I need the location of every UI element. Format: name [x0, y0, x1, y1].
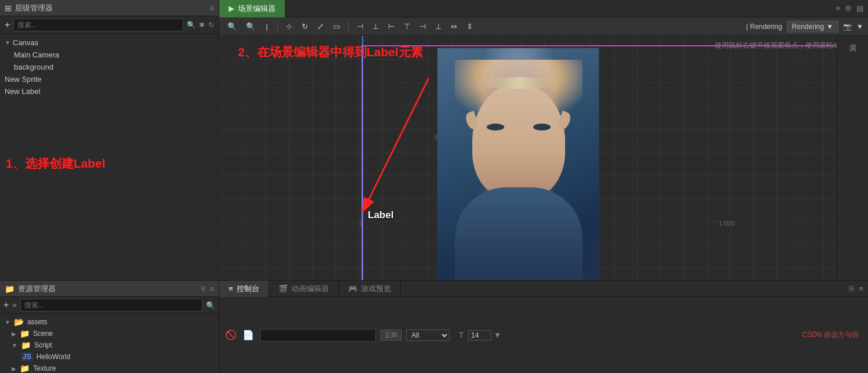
align-right[interactable]: ⊢ [385, 20, 398, 33]
script-label: Script [34, 341, 52, 349]
helloworld-label: HelloWorld [37, 353, 70, 361]
canvas-expand-arrow[interactable]: ▼ [5, 39, 10, 46]
tree-item-new-sprite[interactable]: New Sprite [0, 73, 219, 85]
js-icon: JS [21, 352, 33, 361]
console-toolbar: 🚫 📄 [224, 328, 255, 342]
console-file-button[interactable]: 📄 [241, 328, 255, 342]
console-tab-right: ⎘ ≡ [849, 284, 868, 293]
assets-label: assets [27, 318, 48, 326]
new-sprite-label: New Sprite [5, 75, 42, 84]
scene-editor-tab[interactable]: ▶ 场景编辑器 [219, 0, 285, 17]
new-label-label: New Label [5, 87, 40, 96]
camera-icon[interactable]: 📷 [843, 23, 852, 31]
refresh-icon[interactable]: ↻ [208, 21, 214, 29]
align-center-v[interactable]: ⊣ [416, 20, 429, 33]
align-top[interactable]: ⊤ [400, 20, 414, 33]
asset-panel: 📁 资源管理器 ⎘ ≡ + ≡ 🔍 ▼ 📂 assets [0, 281, 219, 373]
animation-tab-label: 动画编辑器 [291, 284, 329, 294]
distribute-h[interactable]: ⇔ [447, 20, 461, 33]
align-bottom[interactable]: ⊥ [432, 20, 445, 33]
console-menu-icon[interactable]: ≡ [859, 284, 863, 293]
hierarchy-tree: ▼ Canvas Main Camera background New Spri… [0, 34, 219, 280]
hierarchy-menu-icon[interactable]: ≡ [210, 4, 214, 12]
hierarchy-header: ⊞ 层级管理器 ≡ [0, 0, 219, 16]
preview-tab-label: 游戏预览 [361, 284, 391, 294]
scene-label: Scene [33, 329, 53, 338]
scene-arrow: ▶ [12, 331, 16, 337]
settings-icon[interactable]: ⚙ [845, 4, 852, 13]
asset-add-button[interactable]: + [3, 300, 9, 310]
hierarchy-search-bar: + 🔍 ✱ ↻ [0, 16, 219, 34]
font-size-arrow[interactable]: ▼ [494, 331, 501, 339]
annotation-text-1: 1、选择创建Label [6, 155, 213, 172]
zoom-fit-button[interactable]: 🔍 [224, 20, 240, 33]
hierarchy-search-input[interactable] [13, 19, 183, 31]
scale-tool[interactable]: ⤢ [314, 20, 327, 33]
panel-icon[interactable]: ▤ [856, 4, 863, 13]
rendering-label: | Rendering [746, 23, 782, 31]
tree-item-new-label[interactable]: New Label [0, 85, 219, 97]
tree-item-canvas[interactable]: ▼ Canvas [0, 37, 219, 49]
preview-tab-icon: 🎮 [348, 284, 357, 293]
scene-tab-icon: ▶ [229, 4, 234, 13]
console-clear-button[interactable]: 🚫 [224, 328, 238, 342]
console-tab-preview[interactable]: 🎮 游戏预览 [339, 281, 401, 297]
console-tab-console[interactable]: ≡ 控制台 [219, 281, 269, 297]
scene-editor-area[interactable]: 使用鼠标右键平移视窗焦点，使用滚轮缩放视图 500 0 0 1,000 500 [219, 36, 868, 280]
main-camera-label: Main Camera [14, 50, 59, 59]
annotation-text-2: 2、在场景编辑器中得到Label元素 [238, 44, 423, 60]
asset-item-helloworld[interactable]: JS HelloWorld [0, 351, 219, 363]
console-tab-animation[interactable]: 🎬 动画编辑器 [269, 281, 339, 297]
search-icon[interactable]: 🔍 [187, 21, 196, 29]
console-panel: ≡ 控制台 🎬 动画编辑器 🎮 游戏预览 ⎘ ≡ 🚫 [219, 281, 868, 373]
asset-search-input[interactable] [20, 299, 202, 312]
asset-search-icon[interactable]: 🔍 [206, 301, 215, 310]
font-size-input[interactable] [468, 330, 491, 341]
pin-icon[interactable]: ✱ [199, 21, 205, 29]
asset-panel-copy[interactable]: ⎘ [201, 285, 205, 293]
rotate-tool[interactable]: ↻ [298, 20, 312, 33]
hierarchy-title: 层级管理器 [15, 3, 53, 13]
tree-item-background[interactable]: background [0, 61, 219, 73]
distribute-v[interactable]: ⇕ [463, 20, 476, 33]
texture-arrow: ▶ [12, 365, 16, 372]
align-left[interactable]: ⊣ [353, 20, 367, 33]
asset-panel-title: 资源管理器 [18, 284, 56, 294]
asset-item-assets[interactable]: ▼ 📂 assets [0, 316, 219, 328]
console-expand-icon[interactable]: ⎘ [849, 284, 854, 293]
font-icon: T [459, 331, 464, 339]
asset-panel-menu[interactable]: ≡ [210, 285, 214, 293]
scene-toolbar: 🔍 🔍 | ⊹ ↻ ⤢ ▭ ⊣ ⊥ ⊢ ⊤ ⊣ ⊥ ⇔ ⇕ | Renderin… [219, 17, 868, 36]
tree-item-main-camera[interactable]: Main Camera [0, 49, 219, 61]
texture-folder-icon: 📁 [20, 364, 30, 373]
zoom-in-button[interactable]: | [261, 20, 273, 33]
scene-tab-bar: ▶ 场景编辑器 ≡ ⚙ ▤ [219, 0, 868, 17]
asset-search-bar: + ≡ 🔍 [0, 297, 219, 314]
rect-tool[interactable]: ▭ [330, 20, 343, 33]
asset-item-texture[interactable]: ▶ 📁 Texture [0, 363, 219, 373]
assets-folder-icon: 📂 [14, 317, 24, 327]
zoom-out-button[interactable]: 🔍 [243, 20, 259, 33]
console-body: 🚫 📄 正则 All Error Warning Info T ▼ CSDN @… [219, 297, 868, 373]
animation-tab-icon: 🎬 [279, 284, 288, 293]
label-element: Label [368, 209, 393, 221]
sort-icon[interactable]: ≡ [12, 301, 17, 310]
log-level-select[interactable]: All Error Warning Info [406, 329, 450, 341]
regex-button[interactable]: 正则 [381, 329, 402, 341]
console-tab-label: 控制台 [237, 284, 259, 294]
hierarchy-add-button[interactable]: + [5, 20, 10, 30]
assets-arrow: ▼ [5, 319, 10, 325]
move-tool[interactable]: ⊹ [283, 20, 296, 33]
script-arrow: ▼ [12, 342, 17, 349]
layers-icon: ⊞ [5, 3, 12, 13]
asset-panel-header: 📁 资源管理器 ⎘ ≡ [0, 281, 219, 297]
console-filter-input[interactable] [260, 329, 376, 342]
scene-tab-menu[interactable]: ≡ [836, 4, 840, 13]
asset-folder-icon: 📁 [5, 284, 15, 294]
asset-item-script[interactable]: ▼ 📁 Script [0, 339, 219, 351]
rendering-select[interactable]: Rendering ▼ [787, 21, 838, 32]
background-label: background [14, 63, 53, 71]
scene-tab-label: 场景编辑器 [238, 3, 276, 14]
align-center-h[interactable]: ⊥ [369, 20, 382, 33]
asset-item-scene[interactable]: ▶ 📁 Scene [0, 328, 219, 339]
